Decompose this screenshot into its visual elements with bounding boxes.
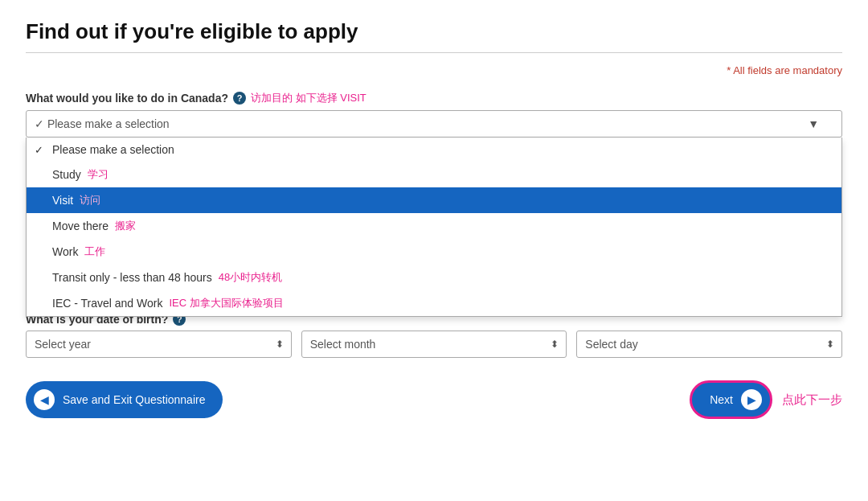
dob-row: Select year ⬍ Select month ⬍ Select day … — [26, 331, 842, 358]
title-divider — [26, 52, 842, 53]
question4-section: What is your date of birth? ? Select yea… — [26, 313, 842, 358]
dropdown-item-iec[interactable]: IEC - Travel and Work IEC 加拿大国际体验项目 — [27, 290, 841, 316]
question1-selected-value: ✓ Please make a selection — [35, 117, 170, 130]
dropdown-item-move[interactable]: Move there 搬家 — [27, 213, 841, 239]
question1-help-icon[interactable]: ? — [233, 92, 246, 105]
question1-label-text: What would you like to do in Canada? — [26, 92, 228, 105]
transit-annotation: 48小时内转机 — [219, 270, 282, 285]
year-select[interactable]: Select year — [26, 331, 292, 358]
page-title: Find out if you're eligible to apply — [26, 19, 842, 44]
question1-arrow-icon: ▼ — [808, 117, 819, 130]
iec-check — [35, 298, 46, 310]
mandatory-note: * All fields are mandatory — [26, 64, 842, 76]
work-check — [35, 246, 46, 258]
question1-select-box[interactable]: ✓ Please make a selection ▼ — [26, 110, 842, 138]
question1-annotation: 访加目的 如下选择 VISIT — [251, 91, 366, 105]
save-icon: ◀ — [34, 389, 55, 410]
move-check — [35, 220, 46, 232]
placeholder-label: Please make a selection — [52, 143, 174, 156]
dropdown-item-visit[interactable]: Visit 访问 — [27, 187, 841, 213]
study-check — [35, 169, 46, 181]
transit-label: Transit only - less than 48 hours — [52, 271, 212, 284]
study-annotation: 学习 — [88, 167, 108, 182]
next-wrapper: Next ▶ 点此下一步 — [690, 380, 842, 419]
work-label: Work — [52, 245, 78, 258]
month-select[interactable]: Select month — [301, 331, 567, 358]
question1-section: What would you like to do in Canada? ? 访… — [26, 91, 842, 138]
move-annotation: 搬家 — [115, 219, 136, 233]
placeholder-check: ✓ — [35, 144, 46, 156]
year-select-wrapper: Select year ⬍ — [26, 331, 292, 358]
question1-dropdown: ✓ Please make a selection Study 学习 Visit… — [26, 138, 842, 317]
next-annotation: 点此下一步 — [782, 392, 842, 408]
question1-select-container[interactable]: ✓ Please make a selection ▼ ✓ Please mak… — [26, 110, 842, 138]
dropdown-item-work[interactable]: Work 工作 — [27, 239, 841, 265]
iec-label: IEC - Travel and Work — [52, 297, 162, 310]
next-label: Next — [710, 393, 733, 406]
move-label: Move there — [52, 220, 108, 232]
save-label: Save and Exit Questionnaire — [63, 393, 205, 406]
day-select-wrapper: Select day ⬍ — [576, 331, 842, 358]
save-exit-button[interactable]: ◀ Save and Exit Questionnaire — [26, 381, 223, 418]
next-button[interactable]: Next ▶ — [690, 380, 772, 419]
study-label: Study — [52, 168, 81, 181]
day-select[interactable]: Select day — [576, 331, 842, 358]
visit-check — [35, 195, 46, 207]
dropdown-item-transit[interactable]: Transit only - less than 48 hours 48小时内转… — [27, 265, 841, 290]
visit-label: Visit — [52, 194, 73, 207]
month-select-wrapper: Select month ⬍ — [301, 331, 567, 358]
next-icon: ▶ — [741, 389, 762, 410]
dropdown-item-placeholder[interactable]: ✓ Please make a selection — [27, 138, 841, 162]
dropdown-item-study[interactable]: Study 学习 — [27, 162, 841, 187]
visit-annotation: 访问 — [80, 193, 100, 207]
work-annotation: 工作 — [84, 244, 105, 259]
transit-check — [35, 272, 46, 284]
iec-annotation: IEC 加拿大国际体验项目 — [169, 296, 283, 310]
question1-label: What would you like to do in Canada? ? 访… — [26, 91, 842, 105]
bottom-bar: ◀ Save and Exit Questionnaire Next ▶ 点此下… — [26, 376, 842, 419]
